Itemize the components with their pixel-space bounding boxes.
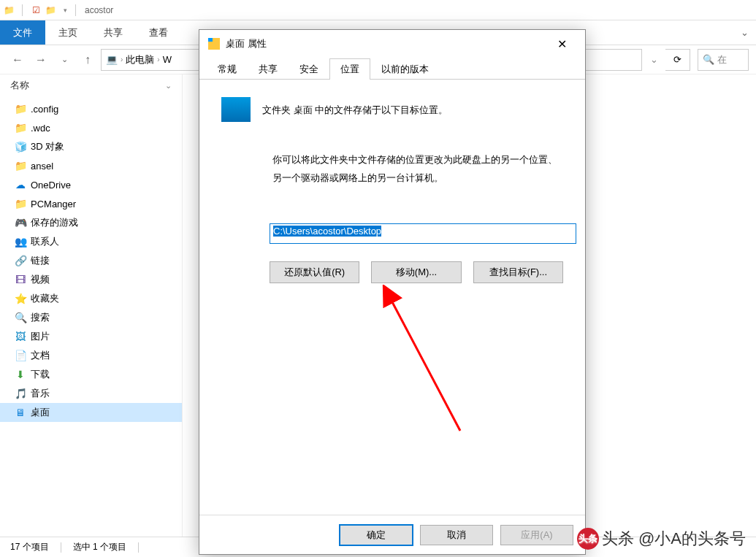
list-item[interactable]: 📄文档 — [0, 346, 182, 365]
list-item[interactable]: 👥联系人 — [0, 232, 182, 251]
divider — [22, 4, 23, 16]
list-item[interactable]: 🎞视频 — [0, 270, 182, 289]
cancel-button[interactable]: 取消 — [420, 525, 493, 545]
ribbon-tab-view[interactable]: 查看 — [136, 20, 181, 45]
folder-y-icon: 📁 — [15, 198, 26, 210]
dialog-footer: 确定 取消 应用(A) — [199, 515, 585, 554]
list-item-label: .config — [31, 104, 58, 115]
list-item[interactable]: ☁OneDrive — [0, 175, 182, 194]
list-item-label: 保存的游戏 — [31, 216, 78, 229]
folder-icon: 📁 — [3, 4, 15, 16]
button-row: 还原默认值(R) 移动(M)... 查找目标(F)... — [270, 261, 563, 283]
nav-up-button[interactable]: ↑ — [77, 50, 98, 70]
pic-icon: 🖼 — [15, 331, 26, 342]
restore-default-button[interactable]: 还原默认值(R) — [270, 261, 359, 283]
qa-dropdown-icon[interactable]: ▾ — [59, 4, 71, 16]
close-button[interactable]: ✕ — [547, 30, 576, 58]
list-item-label: 桌面 — [31, 406, 50, 419]
list-item[interactable]: ⭐收藏夹 — [0, 289, 182, 308]
path-input[interactable]: C:\Users\acostor\Desktop — [270, 223, 576, 244]
list-item[interactable]: ⬇下载 — [0, 365, 182, 384]
file-list: 📁.config📁.wdc🧊3D 对象📁ansel☁OneDrive📁PCMan… — [0, 96, 182, 425]
dialog-titlebar[interactable]: 桌面 属性 ✕ — [199, 30, 585, 58]
list-item[interactable]: 🖼图片 — [0, 327, 182, 346]
dialog-title: 桌面 属性 — [226, 37, 267, 50]
divider — [61, 542, 61, 553]
info-row: 文件夹 桌面 中的文件存储于以下目标位置。 — [221, 97, 563, 122]
search-input[interactable]: 🔍 在 — [698, 49, 749, 71]
list-item-label: 3D 对象 — [31, 140, 64, 153]
list-item[interactable]: 📁ansel — [0, 156, 182, 175]
nav-back-button[interactable]: ← — [7, 50, 28, 70]
srch-icon: 🔍 — [15, 312, 26, 323]
list-item[interactable]: 🧊3D 对象 — [0, 137, 182, 156]
dialog-tabs: 常规 共享 安全 位置 以前的版本 — [199, 58, 585, 80]
quick-access-toolbar: 📁 ☑ 📁 ▾ — [3, 4, 71, 16]
list-item[interactable]: 📁PCManger — [0, 194, 182, 213]
column-header-name[interactable]: 名称 ⌄ — [0, 74, 182, 96]
divider — [138, 542, 139, 553]
tab-location[interactable]: 位置 — [329, 58, 370, 80]
folder-y-icon: 📁 — [15, 160, 26, 172]
tab-security[interactable]: 安全 — [289, 58, 329, 80]
list-item-label: 图片 — [31, 330, 50, 343]
desk-icon: 🖥 — [15, 407, 26, 418]
ppl-icon: 👥 — [15, 236, 26, 247]
chevron-down-icon: ⌄ — [165, 81, 172, 91]
dialog-body: 文件夹 桌面 中的文件存储于以下目标位置。 你可以将此文件夹中文件存储的位置更改… — [199, 80, 585, 515]
list-item-label: 音乐 — [31, 387, 50, 400]
search-placeholder: 在 — [717, 53, 727, 66]
find-target-button[interactable]: 查找目标(F)... — [473, 261, 563, 283]
watermark-text: 头杀 @小A的头条号 — [602, 528, 746, 550]
box3d-icon: 🧊 — [15, 141, 26, 153]
list-item-label: 搜索 — [31, 311, 50, 324]
status-selected-count: 选中 1 个项目 — [73, 541, 126, 553]
list-item[interactable]: 🎮保存的游戏 — [0, 213, 182, 232]
list-item-label: 链接 — [31, 254, 50, 267]
ribbon-collapse-icon[interactable]: ⌄ — [733, 20, 756, 45]
list-item[interactable]: 🖥桌面 — [0, 403, 182, 422]
list-item[interactable]: 📁.wdc — [0, 118, 182, 137]
list-item-label: 收藏夹 — [31, 292, 59, 305]
apply-button[interactable]: 应用(A) — [500, 525, 573, 545]
list-item[interactable]: 🎵音乐 — [0, 384, 182, 403]
tab-general[interactable]: 常规 — [207, 58, 248, 80]
game-icon: 🎮 — [15, 217, 26, 228]
tab-share[interactable]: 共享 — [248, 58, 289, 80]
list-item-label: OneDrive — [31, 180, 71, 191]
checkbox-icon[interactable]: ☑ — [30, 4, 42, 16]
list-item[interactable]: 🔍搜索 — [0, 308, 182, 327]
file-list-panel: 名称 ⌄ 📁.config📁.wdc🧊3D 对象📁ansel☁OneDrive📁… — [0, 74, 183, 537]
list-item[interactable]: 🔗链接 — [0, 251, 182, 270]
folder-icon: 📁 — [45, 4, 56, 16]
folder-y-icon: 📁 — [15, 103, 26, 115]
list-item-label: PCManger — [31, 199, 76, 210]
window-titlebar: 📁 ☑ 📁 ▾ acostor — [0, 0, 756, 20]
music-icon: 🎵 — [15, 388, 26, 399]
breadcrumb-item[interactable]: 此电脑 — [126, 53, 154, 66]
ribbon-tab-home[interactable]: 主页 — [45, 20, 91, 45]
cloud-icon: ☁ — [15, 179, 26, 191]
list-item-label: 联系人 — [31, 235, 59, 248]
move-button[interactable]: 移动(M)... — [371, 261, 461, 283]
breadcrumb-item[interactable]: W — [163, 54, 172, 65]
ok-button[interactable]: 确定 — [340, 525, 413, 545]
vid-icon: 🎞 — [15, 274, 26, 285]
list-item-label: 文档 — [31, 349, 50, 362]
star-icon: ⭐ — [15, 293, 26, 304]
tab-previous-versions[interactable]: 以前的版本 — [370, 58, 440, 80]
refresh-button[interactable]: ⟳ — [665, 49, 690, 71]
ribbon-tab-share[interactable]: 共享 — [91, 20, 136, 45]
nav-recent-dropdown[interactable]: ⌄ — [54, 50, 75, 70]
folder-icon — [208, 38, 220, 50]
nav-forward-button[interactable]: → — [31, 50, 51, 70]
doc-icon: 📄 — [15, 350, 26, 361]
window-title: acostor — [85, 5, 113, 15]
dl-icon: ⬇ — [15, 369, 26, 380]
list-item[interactable]: 📁.config — [0, 99, 182, 118]
address-dropdown-icon[interactable]: ⌄ — [645, 49, 663, 71]
divider — [75, 4, 76, 16]
ribbon-tab-file[interactable]: 文件 — [0, 20, 45, 45]
list-item-label: 下载 — [31, 368, 50, 381]
search-icon: 🔍 — [703, 54, 714, 65]
